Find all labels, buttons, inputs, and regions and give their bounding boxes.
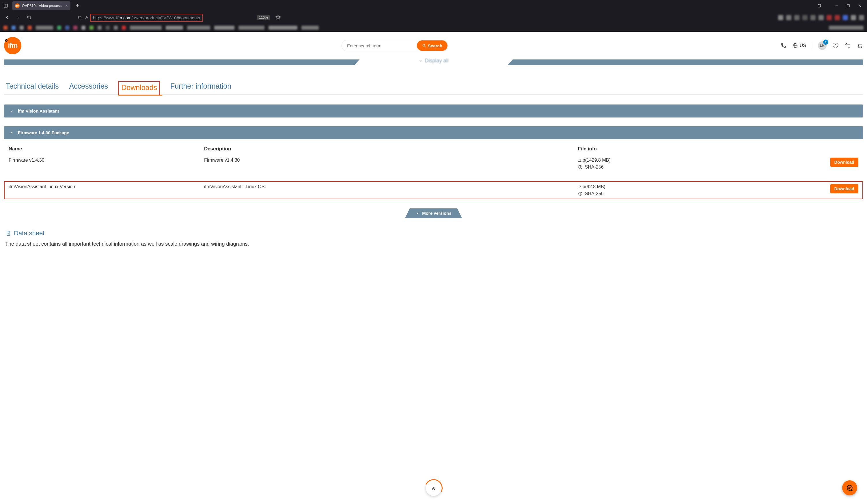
svg-point-21 (580, 166, 580, 166)
hash-label: SHA-256 (585, 191, 604, 196)
browser-tab[interactable]: ifm OVP810 - Video processi × (12, 1, 71, 10)
chevron-down-icon (418, 59, 422, 63)
accordion-header-vision[interactable]: ifm Vision Assistant (4, 105, 863, 117)
tab-further-information[interactable]: Further information (170, 82, 231, 94)
close-window-icon[interactable] (854, 1, 865, 10)
col-description: Description (204, 146, 578, 152)
more-versions-wrap: More versions (4, 208, 863, 218)
tab-close-icon[interactable]: × (65, 3, 67, 8)
accordion-title: ifm Vision Assistant (18, 108, 59, 114)
datasheet-title: Data sheet (5, 229, 862, 237)
cell-name: ifmVisionAssistant Linux Version (9, 184, 204, 189)
phone-icon[interactable] (780, 42, 786, 49)
separator (812, 42, 812, 49)
globe-icon (792, 43, 798, 49)
search-icon (422, 44, 426, 47)
svg-rect-8 (85, 17, 88, 19)
svg-rect-0 (4, 4, 8, 8)
datasheet-body: The data sheet contains all important te… (5, 241, 862, 247)
download-table: Name Description File info Firmware v1.4… (4, 139, 863, 203)
language-label: US (800, 43, 806, 48)
restore-window-icon[interactable] (814, 1, 825, 10)
avatar[interactable]: LM 1 (818, 41, 827, 50)
cell-fileinfo: .zip(1429.8 MB) SHA-256 (578, 158, 757, 170)
display-all-banner[interactable]: Display all (0, 60, 867, 65)
search-button-label: Search (428, 43, 442, 48)
site-header: ifm Search US LM 1 (4, 32, 863, 60)
datasheet-section: Data sheet The data sheet contains all i… (4, 229, 863, 247)
maximize-icon[interactable] (843, 1, 854, 10)
window-controls (814, 1, 865, 10)
svg-point-10 (423, 44, 425, 46)
chevron-up-icon (10, 131, 14, 135)
extension-icons (778, 15, 864, 20)
forward-button[interactable] (14, 13, 22, 22)
tab-accessories[interactable]: Accessories (69, 82, 108, 94)
svg-rect-3 (818, 5, 820, 7)
svg-rect-5 (847, 4, 849, 7)
tab-downloads-highlight: Downloads (118, 81, 160, 95)
tab-rail-icon[interactable] (2, 2, 10, 10)
tab-technical-details[interactable]: Technical details (6, 82, 58, 94)
zoom-badge[interactable]: 110% (257, 15, 270, 20)
more-versions-button[interactable]: More versions (405, 208, 462, 218)
info-icon[interactable] (578, 191, 582, 196)
cell-description: Firmware v1.4.30 (204, 158, 578, 163)
scroll-to-top-button[interactable] (426, 480, 441, 496)
browser-chrome: ifm OVP810 - Video processi × + https://… (0, 0, 867, 32)
table-header-row: Name Description File info (4, 143, 863, 155)
logo-text: ifm (8, 42, 18, 50)
tab-title: OVP810 - Video processi (22, 4, 62, 8)
favicon-icon: ifm (15, 3, 20, 8)
cell-fileinfo: .zip(92.8 MB) SHA-256 (578, 184, 757, 196)
chat-button[interactable] (842, 480, 857, 495)
accordion-firmware-package: Firmware 1.4.30 Package Name Description… (4, 126, 863, 203)
header-right: US LM 1 (780, 41, 863, 50)
chevron-double-up-icon (431, 485, 437, 491)
product-tabs: Technical details Accessories Downloads … (4, 81, 863, 95)
address-bar-area: https://www.ifm.com/us/en/product/OVP810… (76, 13, 203, 22)
accordion-vision-assistant: ifm Vision Assistant (4, 105, 863, 117)
heart-icon[interactable] (832, 42, 839, 49)
search-button[interactable]: Search (417, 40, 448, 51)
bookmark-star-icon[interactable] (276, 14, 281, 21)
table-row: ifmVisionAssistant Linux Version ifmVisi… (4, 181, 863, 199)
download-button[interactable]: Download (830, 158, 858, 167)
download-button[interactable]: Download (830, 184, 858, 193)
svg-point-17 (859, 47, 859, 48)
cart-icon[interactable] (857, 42, 863, 49)
col-name: Name (9, 146, 204, 152)
avatar-badge: 1 (823, 40, 828, 45)
svg-point-18 (861, 47, 862, 48)
cell-name: Firmware v1.4.30 (9, 158, 204, 163)
url-text: https://www.ifm.com/us/en/product/OVP810… (93, 15, 200, 20)
chevron-down-icon (416, 211, 419, 215)
minimize-icon[interactable] (831, 1, 842, 10)
accordion-title: Firmware 1.4.30 Package (18, 130, 69, 135)
svg-line-11 (425, 46, 426, 47)
back-button[interactable] (3, 13, 12, 22)
ifm-logo[interactable]: ifm (4, 37, 21, 54)
svg-marker-9 (276, 15, 280, 19)
chat-icon (846, 484, 854, 492)
datasheet-title-text: Data sheet (14, 229, 44, 237)
address-bar[interactable]: https://www.ifm.com/us/en/product/OVP810… (90, 14, 203, 22)
accordion-header-firmware[interactable]: Firmware 1.4.30 Package (4, 126, 863, 139)
col-fileinfo: File info (578, 146, 757, 152)
page-surface: ifm Search US LM 1 (0, 32, 867, 504)
display-all-label: Display all (425, 58, 448, 64)
language-selector[interactable]: US (792, 43, 806, 49)
cell-description: ifmVisionAssistant - Linux OS (204, 184, 578, 189)
document-icon (5, 230, 11, 236)
new-tab-button[interactable]: + (73, 3, 82, 9)
shield-icon[interactable] (76, 13, 83, 22)
reload-button[interactable] (25, 13, 33, 22)
compare-icon[interactable] (845, 42, 851, 49)
search-input[interactable] (342, 43, 417, 48)
chevron-down-icon (10, 109, 14, 113)
lock-icon[interactable] (83, 13, 90, 22)
browser-titlebar: ifm OVP810 - Video processi × + (0, 0, 867, 12)
info-icon[interactable] (578, 165, 582, 170)
tab-downloads[interactable]: Downloads (121, 83, 157, 92)
fileinfo-text: .zip(1429.8 MB) (578, 158, 757, 163)
